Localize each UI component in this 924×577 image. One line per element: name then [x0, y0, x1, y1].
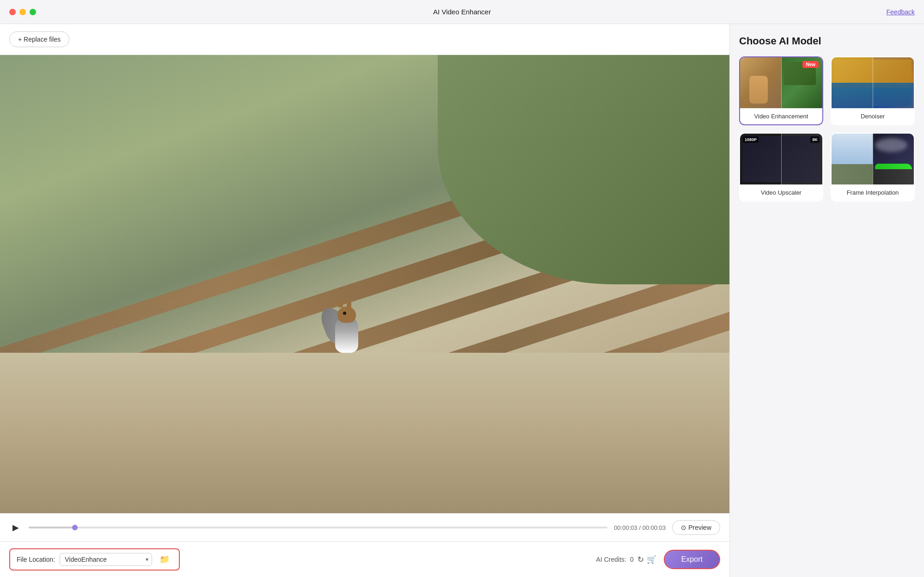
squirrel-ear-right: [347, 300, 351, 307]
right-panel: Choose AI Model New: [730, 24, 924, 577]
new-badge: New: [802, 61, 819, 68]
models-grid: New Video Enhancement: [739, 56, 915, 202]
folder-icon: 📁: [159, 555, 170, 564]
ai-credits-value: 0: [630, 556, 634, 563]
panel-title: Choose AI Model: [739, 35, 915, 47]
thumb-divider-enhancement: [781, 57, 782, 108]
model-card-denoiser[interactable]: Denoiser: [831, 56, 915, 125]
file-location-section: File Location: VideoEnhance Desktop Docu…: [9, 548, 180, 571]
model-thumb-video-upscaler: ↗ ↖ ↘ ↙ 1080P 8K: [740, 134, 822, 184]
progress-thumb[interactable]: [72, 525, 78, 530]
model-name-frame-interpolation: Frame Interpolation: [832, 184, 914, 201]
file-location-select[interactable]: VideoEnhance Desktop Documents: [60, 553, 152, 566]
thumb-enhancement-left: [740, 57, 781, 108]
close-button[interactable]: [9, 9, 16, 15]
thumb-divider-frame: [873, 134, 873, 184]
time-separator: /: [639, 524, 641, 531]
ai-credits-label: AI Credits:: [596, 556, 626, 563]
ground: [0, 353, 729, 513]
video-container: [0, 55, 729, 513]
video-controls: ▶ 00:00:03 / 00:00:03 ⊙ Preview: [0, 513, 729, 541]
file-location-select-wrapper: VideoEnhance Desktop Documents ▾: [60, 553, 152, 566]
thumb-divider-denoiser: [873, 57, 873, 108]
thumb-denoiser-right: [873, 57, 914, 108]
model-name-video-upscaler: Video Upscaler: [740, 184, 822, 201]
hand-shape: [749, 76, 768, 104]
app-title: AI Video Enhancer: [433, 8, 491, 16]
thumb-frame-right: [873, 134, 914, 184]
main-content: + Replace files: [0, 24, 924, 577]
maximize-button[interactable]: [30, 9, 36, 15]
smoke-effect: [875, 138, 907, 152]
title-bar: AI Video Enhancer Feedback: [0, 0, 924, 24]
feedback-link[interactable]: Feedback: [887, 8, 915, 16]
video-scene: [0, 55, 729, 513]
window-controls: [9, 9, 36, 15]
current-time: 00:00:03: [614, 524, 637, 531]
play-icon: ▶: [12, 522, 19, 533]
model-thumb-frame-interpolation: [832, 134, 914, 184]
preview-button[interactable]: ⊙ Preview: [672, 520, 720, 535]
file-location-label: File Location:: [17, 556, 55, 563]
ai-credits: AI Credits: 0 ↻ 🛒: [596, 555, 656, 565]
credits-icons: ↻ 🛒: [637, 555, 656, 565]
model-name-denoiser: Denoiser: [832, 108, 914, 124]
progress-fill: [29, 527, 75, 528]
credits-export-section: AI Credits: 0 ↻ 🛒 Export: [596, 550, 720, 569]
replace-files-button[interactable]: + Replace files: [9, 31, 69, 47]
cart-button[interactable]: 🛒: [647, 555, 656, 565]
model-card-video-upscaler[interactable]: ↗ ↖ ↘ ↙ 1080P 8K Video Upscaler: [739, 133, 823, 202]
folder-button[interactable]: 📁: [157, 553, 172, 565]
model-card-frame-interpolation[interactable]: Frame Interpolation: [831, 133, 915, 202]
toolbar: + Replace files: [0, 24, 729, 55]
progress-bar[interactable]: [29, 527, 607, 528]
left-panel: + Replace files: [0, 24, 730, 577]
export-button[interactable]: Export: [664, 550, 720, 569]
squirrel: [328, 297, 365, 353]
time-display: 00:00:03 / 00:00:03: [614, 524, 666, 531]
model-thumb-denoiser: [832, 57, 914, 108]
model-name-video-enhancement: Video Enhancement: [740, 108, 822, 124]
refresh-credits-button[interactable]: ↻: [637, 555, 644, 565]
bottom-bar: File Location: VideoEnhance Desktop Docu…: [0, 541, 729, 577]
model-thumb-video-enhancement: New: [740, 57, 822, 108]
squirrel-ear-left: [338, 300, 343, 307]
squirrel-head: [337, 307, 356, 323]
model-card-video-enhancement[interactable]: New Video Enhancement: [739, 56, 823, 125]
badge-8k: 8K: [810, 136, 820, 143]
road: [873, 169, 914, 184]
thumb-frame-left: [832, 134, 873, 184]
badge-1080p: 1080P: [743, 136, 759, 143]
play-button[interactable]: ▶: [9, 521, 22, 534]
total-time: 00:00:03: [643, 524, 666, 531]
thumb-divider-upscaler: [781, 134, 782, 184]
refresh-icon: ↻: [637, 555, 644, 565]
minimize-button[interactable]: [19, 9, 26, 15]
cart-icon: 🛒: [647, 555, 656, 565]
